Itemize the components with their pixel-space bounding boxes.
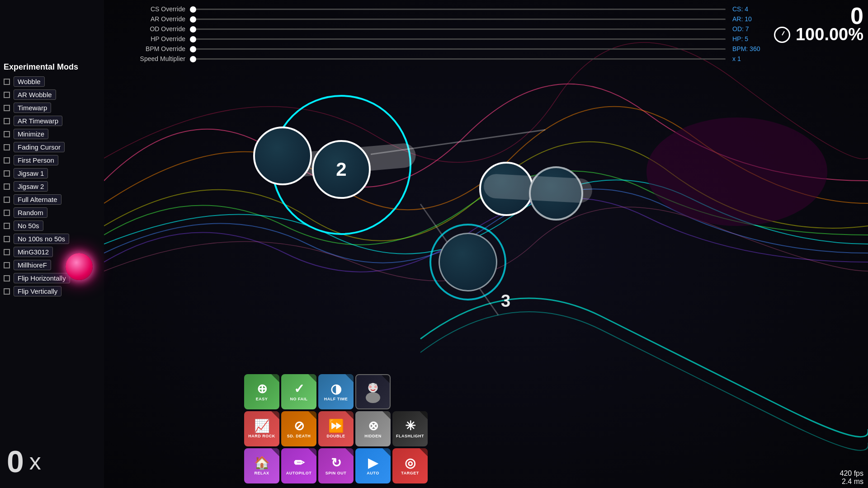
mod-no50s[interactable]: No 50s: [4, 221, 96, 231]
mod-timewarp[interactable]: Timewarp: [4, 103, 96, 113]
mod-no50s-label[interactable]: No 50s: [14, 221, 43, 231]
mod-flip-v-checkbox[interactable]: [4, 288, 10, 295]
bpm-override-thumb[interactable]: [190, 46, 196, 52]
mod-fading-cursor-checkbox[interactable]: [4, 144, 10, 150]
mod-first-person-label[interactable]: First Person: [14, 155, 58, 165]
mod-btn-sddeath[interactable]: ⊘ SD. DEATH: [281, 411, 316, 446]
hp-override-label: HP Override: [113, 35, 185, 42]
mod-random-checkbox[interactable]: [4, 210, 10, 216]
od-override-thumb[interactable]: [190, 26, 196, 33]
mod-buttons-area: ⊕ EASY ✓ NO FAIL ◑ HALF TIME: [244, 374, 428, 483]
bpm-override-track[interactable]: [190, 48, 726, 50]
mod-minimize[interactable]: Minimize: [4, 129, 96, 139]
mod-flip-h-label[interactable]: Flip Horizontally: [14, 273, 70, 283]
mod-wobble-label[interactable]: Wobble: [14, 76, 45, 87]
cs-override-thumb[interactable]: [190, 6, 196, 13]
halftime-label: HALF TIME: [324, 397, 348, 401]
mod-ar-wobble-label[interactable]: AR Wobble: [14, 89, 56, 100]
mod-btn-cinematic[interactable]: [355, 374, 391, 409]
speed-multiplier-track[interactable]: [190, 58, 726, 60]
flashlight-icon: ✳: [405, 420, 415, 432]
easy-icon: ⊕: [257, 383, 267, 395]
mod-millhioref-checkbox[interactable]: [4, 262, 10, 268]
ar-override-track[interactable]: [190, 19, 726, 20]
mod-btn-nofail[interactable]: ✓ NO FAIL: [281, 374, 316, 409]
clock-icon: [774, 27, 790, 43]
speed-multiplier-thumb[interactable]: [190, 56, 196, 62]
relax-label: RELAX: [254, 471, 269, 475]
flashlight-label: FLASHLIGHT: [396, 434, 424, 438]
mod-wobble[interactable]: Wobble: [4, 76, 96, 87]
cs-override-track[interactable]: [190, 9, 726, 10]
mod-btn-hidden[interactable]: ⊗ HIDDEN: [355, 411, 391, 446]
hit-circle-1: [253, 127, 312, 185]
mod-fading-cursor-label[interactable]: Fading Cursor: [14, 142, 65, 152]
mod-jigsaw2[interactable]: Jigsaw 2: [4, 181, 96, 192]
mod-no100s-checkbox[interactable]: [4, 236, 10, 242]
mod-btn-hardrock[interactable]: 📈 HARD ROCK: [244, 411, 279, 446]
autopilot-icon: ✏: [294, 457, 304, 469]
od-override-track[interactable]: [190, 28, 726, 30]
mod-ming3012-checkbox[interactable]: [4, 249, 10, 255]
speed-multiplier-label: Speed Multiplier: [113, 55, 185, 62]
mod-btn-relax[interactable]: 🏠 RELAX: [244, 448, 279, 483]
mod-timewarp-checkbox[interactable]: [4, 105, 10, 111]
mod-first-person-checkbox[interactable]: [4, 157, 10, 164]
mod-btn-flashlight[interactable]: ✳ FLASHLIGHT: [392, 411, 428, 446]
svg-point-2: [366, 392, 380, 403]
mod-wobble-checkbox[interactable]: [4, 79, 10, 85]
mod-full-alternate-label[interactable]: Full Alternate: [14, 194, 61, 205]
mod-btn-double[interactable]: ⏩ DOUBLE: [318, 411, 354, 446]
ar-override-value: AR: 10: [732, 15, 769, 23]
mod-minimize-checkbox[interactable]: [4, 131, 10, 137]
hp-override-thumb[interactable]: [190, 36, 196, 42]
bpm-override-label: BPM Override: [113, 45, 185, 52]
mod-ar-timewarp-label[interactable]: AR Timewarp: [14, 116, 62, 126]
mod-timewarp-label[interactable]: Timewarp: [14, 103, 51, 113]
mod-jigsaw1[interactable]: Jigsaw 1: [4, 168, 96, 178]
speed-multiplier-value: x 1: [732, 55, 769, 62]
fps-display: 420 fps 2.4 ms: [840, 469, 863, 486]
mod-btn-target[interactable]: ◎ TARGET: [392, 448, 428, 483]
mod-fading-cursor[interactable]: Fading Cursor: [4, 142, 96, 152]
ar-override-thumb[interactable]: [190, 16, 196, 23]
mod-minimize-label[interactable]: Minimize: [14, 129, 48, 139]
mod-random-label[interactable]: Random: [14, 207, 47, 218]
mod-btn-spinout[interactable]: ↻ SPIN OUT: [318, 448, 354, 483]
mod-ar-wobble[interactable]: AR Wobble: [4, 89, 96, 100]
mod-first-person[interactable]: First Person: [4, 155, 96, 165]
mod-no100s-label[interactable]: No 100s no 50s: [14, 234, 69, 244]
bottom-score-multiplier: x: [29, 448, 41, 475]
mod-jigsaw1-checkbox[interactable]: [4, 170, 10, 177]
game-viewport: 2 3: [104, 0, 868, 488]
hp-override-track[interactable]: [190, 38, 726, 40]
mod-btn-autopilot[interactable]: ✏ AUTOPILOT: [281, 448, 316, 483]
mod-full-alternate-checkbox[interactable]: [4, 197, 10, 203]
mod-jigsaw1-label[interactable]: Jigsaw 1: [14, 168, 48, 178]
od-override-row: OD Override OD: 7: [113, 25, 769, 33]
mod-jigsaw2-label[interactable]: Jigsaw 2: [14, 181, 48, 192]
mod-btn-auto[interactable]: ▶ AUTO: [355, 448, 391, 483]
accuracy-value: 100.00%: [796, 25, 863, 44]
combo-3-badge: 3: [501, 291, 510, 311]
mod-jigsaw2-checkbox[interactable]: [4, 183, 10, 190]
spinout-label: SPIN OUT: [326, 471, 347, 475]
mod-full-alternate[interactable]: Full Alternate: [4, 194, 96, 205]
cs-override-label: CS Override: [113, 5, 185, 13]
mod-ar-wobble-checkbox[interactable]: [4, 92, 10, 98]
mod-no50s-checkbox[interactable]: [4, 223, 10, 229]
mod-no100s[interactable]: No 100s no 50s: [4, 234, 96, 244]
mod-random[interactable]: Random: [4, 207, 96, 218]
mod-ar-timewarp[interactable]: AR Timewarp: [4, 116, 96, 126]
mod-millhioref-label[interactable]: MillhioreF: [14, 260, 51, 270]
auto-label: AUTO: [367, 471, 379, 475]
mod-flip-v-label[interactable]: Flip Vertically: [14, 286, 61, 296]
mod-ar-timewarp-checkbox[interactable]: [4, 118, 10, 124]
mod-btn-halftime[interactable]: ◑ HALF TIME: [318, 374, 354, 409]
mod-ming3012-label[interactable]: MinG3012: [14, 247, 53, 257]
speed-multiplier-row: Speed Multiplier x 1: [113, 55, 769, 62]
mod-btn-easy[interactable]: ⊕ EASY: [244, 374, 279, 409]
mod-flip-h-checkbox[interactable]: [4, 275, 10, 282]
cursor-ball: [66, 253, 93, 280]
mod-flip-vertically[interactable]: Flip Vertically: [4, 286, 96, 296]
